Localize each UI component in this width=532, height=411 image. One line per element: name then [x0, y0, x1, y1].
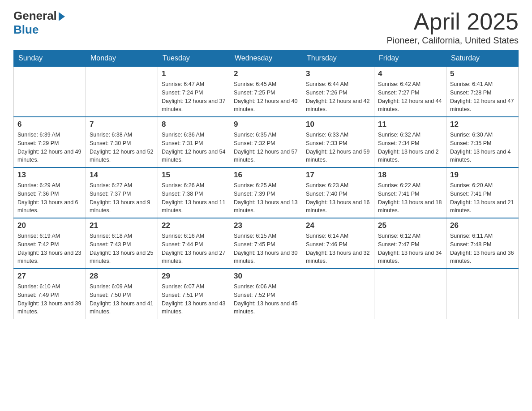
day-number: 2 — [234, 69, 298, 78]
day-info: Sunrise: 6:36 AMSunset: 7:31 PMDaylight:… — [162, 131, 226, 164]
calendar-cell: 7Sunrise: 6:38 AMSunset: 7:30 PMDaylight… — [86, 117, 158, 167]
day-info: Sunrise: 6:11 AMSunset: 7:48 PMDaylight:… — [450, 232, 515, 265]
day-number: 8 — [162, 120, 226, 129]
calendar-cell: 15Sunrise: 6:26 AMSunset: 7:38 PMDayligh… — [158, 167, 230, 218]
day-info: Sunrise: 6:47 AMSunset: 7:24 PMDaylight:… — [162, 80, 226, 114]
day-number: 14 — [90, 171, 154, 180]
day-number: 21 — [90, 221, 154, 230]
day-number: 17 — [306, 171, 370, 180]
day-number: 5 — [450, 69, 515, 78]
calendar-cell: 9Sunrise: 6:35 AMSunset: 7:32 PMDaylight… — [230, 117, 302, 167]
weekday-header-tuesday: Tuesday — [158, 51, 230, 67]
day-number: 6 — [17, 120, 82, 129]
calendar-cell: 23Sunrise: 6:15 AMSunset: 7:45 PMDayligh… — [230, 218, 302, 269]
calendar-week-5: 27Sunrise: 6:10 AMSunset: 7:49 PMDayligh… — [14, 269, 519, 319]
day-info: Sunrise: 6:30 AMSunset: 7:35 PMDaylight:… — [450, 131, 515, 164]
calendar-week-3: 13Sunrise: 6:29 AMSunset: 7:36 PMDayligh… — [14, 167, 519, 218]
calendar-cell: 25Sunrise: 6:12 AMSunset: 7:47 PMDayligh… — [374, 218, 446, 269]
page-header: General Blue April 2025 Pioneer, Califor… — [13, 9, 519, 46]
calendar-cell — [374, 269, 446, 319]
weekday-header-sunday: Sunday — [14, 51, 86, 67]
calendar-cell: 29Sunrise: 6:07 AMSunset: 7:51 PMDayligh… — [158, 269, 230, 319]
weekday-header-saturday: Saturday — [446, 51, 519, 67]
day-number: 29 — [162, 272, 226, 281]
calendar-cell: 8Sunrise: 6:36 AMSunset: 7:31 PMDaylight… — [158, 117, 230, 167]
weekday-header-friday: Friday — [374, 51, 446, 67]
day-info: Sunrise: 6:25 AMSunset: 7:39 PMDaylight:… — [234, 181, 298, 215]
day-info: Sunrise: 6:27 AMSunset: 7:37 PMDaylight:… — [90, 181, 154, 215]
day-number: 16 — [234, 171, 298, 180]
weekday-header-monday: Monday — [86, 51, 158, 67]
calendar-cell: 20Sunrise: 6:19 AMSunset: 7:42 PMDayligh… — [14, 218, 86, 269]
day-info: Sunrise: 6:19 AMSunset: 7:42 PMDaylight:… — [17, 232, 82, 265]
day-number: 3 — [306, 69, 370, 78]
day-info: Sunrise: 6:18 AMSunset: 7:43 PMDaylight:… — [90, 232, 154, 265]
day-info: Sunrise: 6:14 AMSunset: 7:46 PMDaylight:… — [306, 232, 370, 265]
day-number: 27 — [17, 272, 82, 281]
day-info: Sunrise: 6:22 AMSunset: 7:41 PMDaylight:… — [378, 181, 442, 215]
calendar-cell — [302, 269, 374, 319]
day-number: 22 — [162, 221, 226, 230]
day-info: Sunrise: 6:12 AMSunset: 7:47 PMDaylight:… — [378, 232, 442, 265]
page-title: April 2025 — [386, 9, 519, 34]
calendar-week-2: 6Sunrise: 6:39 AMSunset: 7:29 PMDaylight… — [14, 117, 519, 167]
calendar-cell: 2Sunrise: 6:45 AMSunset: 7:25 PMDaylight… — [230, 66, 302, 117]
day-number: 11 — [378, 120, 442, 129]
day-number: 24 — [306, 221, 370, 230]
day-info: Sunrise: 6:26 AMSunset: 7:38 PMDaylight:… — [162, 181, 226, 215]
day-number: 1 — [162, 69, 226, 78]
day-number: 7 — [90, 120, 154, 129]
title-block: April 2025 Pioneer, California, United S… — [386, 9, 519, 46]
day-info: Sunrise: 6:20 AMSunset: 7:41 PMDaylight:… — [450, 181, 515, 215]
weekday-header-thursday: Thursday — [302, 51, 374, 67]
page-subtitle: Pioneer, California, United States — [386, 35, 519, 46]
calendar-cell: 16Sunrise: 6:25 AMSunset: 7:39 PMDayligh… — [230, 167, 302, 218]
logo: General Blue — [13, 9, 65, 37]
day-number: 15 — [162, 171, 226, 180]
day-info: Sunrise: 6:16 AMSunset: 7:44 PMDaylight:… — [162, 232, 226, 265]
day-info: Sunrise: 6:33 AMSunset: 7:33 PMDaylight:… — [306, 131, 370, 164]
day-number: 28 — [90, 272, 154, 281]
calendar-cell — [14, 66, 86, 117]
calendar-cell: 18Sunrise: 6:22 AMSunset: 7:41 PMDayligh… — [374, 167, 446, 218]
calendar-cell: 19Sunrise: 6:20 AMSunset: 7:41 PMDayligh… — [446, 167, 519, 218]
calendar-cell: 6Sunrise: 6:39 AMSunset: 7:29 PMDaylight… — [14, 117, 86, 167]
day-info: Sunrise: 6:38 AMSunset: 7:30 PMDaylight:… — [90, 131, 154, 164]
day-info: Sunrise: 6:15 AMSunset: 7:45 PMDaylight:… — [234, 232, 298, 265]
day-info: Sunrise: 6:45 AMSunset: 7:25 PMDaylight:… — [234, 80, 298, 114]
calendar-cell: 1Sunrise: 6:47 AMSunset: 7:24 PMDaylight… — [158, 66, 230, 117]
calendar-cell: 4Sunrise: 6:42 AMSunset: 7:27 PMDaylight… — [374, 66, 446, 117]
calendar-cell: 5Sunrise: 6:41 AMSunset: 7:28 PMDaylight… — [446, 66, 519, 117]
calendar-cell: 12Sunrise: 6:30 AMSunset: 7:35 PMDayligh… — [446, 117, 519, 167]
logo-blue: Blue — [13, 23, 39, 37]
calendar-cell: 24Sunrise: 6:14 AMSunset: 7:46 PMDayligh… — [302, 218, 374, 269]
calendar-cell: 3Sunrise: 6:44 AMSunset: 7:26 PMDaylight… — [302, 66, 374, 117]
day-info: Sunrise: 6:10 AMSunset: 7:49 PMDaylight:… — [17, 283, 82, 316]
calendar-cell: 27Sunrise: 6:10 AMSunset: 7:49 PMDayligh… — [14, 269, 86, 319]
calendar-cell: 14Sunrise: 6:27 AMSunset: 7:37 PMDayligh… — [86, 167, 158, 218]
day-number: 12 — [450, 120, 515, 129]
calendar-cell: 22Sunrise: 6:16 AMSunset: 7:44 PMDayligh… — [158, 218, 230, 269]
day-number: 18 — [378, 171, 442, 180]
day-number: 10 — [306, 120, 370, 129]
day-number: 23 — [234, 221, 298, 230]
day-number: 4 — [378, 69, 442, 78]
calendar-cell — [446, 269, 519, 319]
day-number: 30 — [234, 272, 298, 281]
day-number: 25 — [378, 221, 442, 230]
day-info: Sunrise: 6:06 AMSunset: 7:52 PMDaylight:… — [234, 283, 298, 316]
day-info: Sunrise: 6:39 AMSunset: 7:29 PMDaylight:… — [17, 131, 82, 164]
calendar-cell: 21Sunrise: 6:18 AMSunset: 7:43 PMDayligh… — [86, 218, 158, 269]
calendar-cell — [86, 66, 158, 117]
calendar-cell: 28Sunrise: 6:09 AMSunset: 7:50 PMDayligh… — [86, 269, 158, 319]
day-info: Sunrise: 6:09 AMSunset: 7:50 PMDaylight:… — [90, 283, 154, 316]
day-info: Sunrise: 6:41 AMSunset: 7:28 PMDaylight:… — [450, 80, 515, 114]
calendar-cell: 26Sunrise: 6:11 AMSunset: 7:48 PMDayligh… — [446, 218, 519, 269]
calendar-cell: 30Sunrise: 6:06 AMSunset: 7:52 PMDayligh… — [230, 269, 302, 319]
day-info: Sunrise: 6:44 AMSunset: 7:26 PMDaylight:… — [306, 80, 370, 114]
day-info: Sunrise: 6:35 AMSunset: 7:32 PMDaylight:… — [234, 131, 298, 164]
day-number: 9 — [234, 120, 298, 129]
day-number: 20 — [17, 221, 82, 230]
calendar-week-4: 20Sunrise: 6:19 AMSunset: 7:42 PMDayligh… — [14, 218, 519, 269]
calendar-header-row: SundayMondayTuesdayWednesdayThursdayFrid… — [14, 51, 519, 67]
